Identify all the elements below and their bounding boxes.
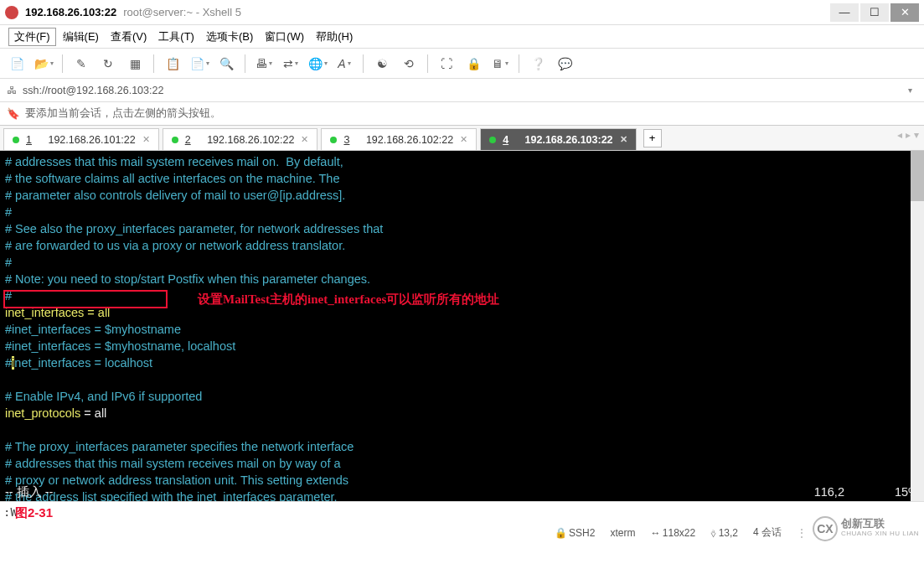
hint-text: 要添加当前会话，点击左侧的箭头按钮。 [25,106,221,121]
menu-view[interactable]: 查看(V) [106,28,152,46]
highlight-box [3,290,168,308]
copy-icon[interactable]: 📋 [164,55,181,72]
status-cursor: ⎀ 13,2 [710,527,738,539]
reconnect-icon[interactable]: ↻ [100,55,116,72]
terminal-line: # [5,205,12,219]
watermark-logo: CX 创新互联 CHUANG XIN HU LIAN [813,516,919,541]
close-tab-icon[interactable]: ✕ [301,134,308,145]
titlebar: 192.168.26.103:22 root@server:~ - Xshell… [0,0,924,25]
scrollbar-thumb[interactable] [911,151,924,201]
terminal-line: # Note: you need to stop/start Postfix w… [5,272,370,286]
separator [427,54,428,73]
refresh-icon[interactable]: ⟲ [400,55,417,72]
scrollbar-track[interactable] [911,151,924,501]
status-stats: 🔒 SSH2 xterm ↔ 118x22 ⎀ 13,2 4 会话 ⋮ [555,525,807,540]
address-dropdown-icon[interactable]: ▾ [903,85,917,95]
close-tab-icon[interactable]: ✕ [142,134,150,145]
add-tab-button[interactable]: + [643,129,662,147]
menu-window[interactable]: 窗口(W) [260,28,309,46]
window-controls: — ☐ ✕ [830,3,919,22]
terminal-line: # addresses that this mail system receiv… [5,457,341,470]
status-sessions: 4 会话 [753,525,782,540]
vim-mode: -- 插入 -- [5,484,53,501]
terminal-line: #inet_interfaces = localhost [5,356,152,370]
terminal-line: # the software claims all active interfa… [5,172,340,185]
fullscreen-icon[interactable]: ⛶ [438,55,455,72]
session-tabbar: 1 192.168.26.101:22 ✕ 2 192.168.26.102:2… [0,126,924,151]
ssh-protocol-icon: 🖧 [7,85,18,96]
menu-help[interactable]: 帮助(H) [311,28,358,46]
language-icon[interactable]: 🌐 [309,55,326,72]
separator [363,54,364,73]
address-bar: 🖧 ssh://root@192.168.26.103:22 ▾ [0,79,924,102]
tab-nav-arrows: ◂ ▸ ▾ [897,129,919,141]
status-size: ↔ 118x22 [650,527,695,539]
new-session-icon[interactable]: 📄 [8,55,25,72]
open-icon[interactable]: 📂 [35,55,52,72]
properties-icon[interactable]: ▦ [126,55,143,72]
terminal-line: # are forwarded to us via a proxy or net… [5,239,345,252]
status-more-icon[interactable]: ⋮ [797,527,807,539]
session-tab-2[interactable]: 2 192.168.26.102:22 ✕ [163,128,318,150]
status-dot-icon [489,137,496,143]
bookmark-icon[interactable]: 🔖 [7,107,20,120]
terminal-line: #inet_interfaces = $myhostname, localhos… [5,339,235,353]
figure-label: 图2-31 [15,505,53,521]
close-tab-icon[interactable]: ✕ [460,134,467,145]
logo-mark-icon: CX [813,516,838,541]
title-current-host: 192.168.26.103:22 [25,6,116,18]
status-dot-icon [172,137,178,143]
tab-prev-icon[interactable]: ◂ [897,129,902,141]
vim-status-line: -- 插入 -- 116,2 15% [0,484,924,501]
menu-file[interactable]: 文件(F) [8,28,56,46]
logo-text-en: CHUANG XIN HU LIAN [841,529,919,539]
toolbar: 📄 📂 ✎ ↻ ▦ 📋 📄 🔍 🖶 ⇄ 🌐 A ☯ ⟲ ⛶ 🔒 🖥 ❔ 💬 [0,49,924,79]
menu-tabs[interactable]: 选项卡(B) [201,28,258,46]
minimize-button[interactable]: — [830,3,859,22]
session-tab-4[interactable]: 4 192.168.26.103:22 ✕ [480,128,636,150]
close-tab-icon[interactable]: ✕ [620,134,627,145]
sync-icon[interactable]: ☯ [374,55,390,72]
separator [245,54,245,73]
print-icon[interactable]: 🖶 [256,55,272,72]
terminal-line: inet_protocols = all [5,406,106,420]
session-tab-1[interactable]: 1 192.168.26.101:22 ✕ [3,128,159,150]
terminal-line: # addresses that this mail system receiv… [5,155,343,168]
terminal-line: # Enable IPv4, and IPv6 if supported [5,390,202,403]
terminal-line: # [5,256,12,269]
logo-text-cn: 创新互联 [841,519,919,529]
hint-bar: 🔖 要添加当前会话，点击左侧的箭头按钮。 [0,102,924,126]
terminal-line: # See also the proxy_interfaces paramete… [5,222,383,235]
status-term: xterm [610,527,635,539]
transfer-icon[interactable]: ⇄ [282,55,299,72]
menu-tools[interactable]: 工具(T) [153,28,199,46]
lock-icon[interactable]: 🔒 [465,55,482,72]
chat-icon[interactable]: 💬 [556,55,573,72]
maximize-button[interactable]: ☐ [860,3,889,22]
terminal[interactable]: # addresses that this mail system receiv… [0,151,924,501]
search-icon[interactable]: 🔍 [218,55,235,72]
close-button[interactable]: ✕ [890,3,919,22]
tab-menu-icon[interactable]: ▾ [914,129,919,141]
edit-icon[interactable]: ✎ [73,55,90,72]
status-dot-icon [330,137,337,143]
vim-position: 116,2 [814,484,844,501]
annotation-text: 设置MailTest主机的inet_interfaces可以监听所有的地址 [198,292,499,308]
terminal-line: #inet_interfaces = $myhostname [5,323,181,336]
app-icon [5,6,18,19]
menu-edit[interactable]: 编辑(E) [58,28,104,46]
tab-next-icon[interactable]: ▸ [906,129,911,141]
font-icon[interactable]: A [336,55,353,72]
menubar: 文件(F) 编辑(E) 查看(V) 工具(T) 选项卡(B) 窗口(W) 帮助(… [0,25,924,49]
address-text[interactable]: ssh://root@192.168.26.103:22 [23,85,163,96]
status-dot-icon [13,137,19,143]
footer: :W 图2-31 🔒 SSH2 xterm ↔ 118x22 ⎀ 13,2 4 … [0,501,924,543]
paste-icon[interactable]: 📄 [191,55,208,72]
terminal-line: # The proxy_interfaces parameter specifi… [5,440,354,453]
help-icon[interactable]: ❔ [529,55,546,72]
separator [153,54,154,73]
title-context: root@server:~ - Xshell 5 [123,6,241,18]
status-lock-icon: 🔒 SSH2 [555,527,596,539]
session-tab-3[interactable]: 3 192.168.26.102:22 ✕ [321,128,477,150]
hosts-icon[interactable]: 🖥 [492,55,508,72]
